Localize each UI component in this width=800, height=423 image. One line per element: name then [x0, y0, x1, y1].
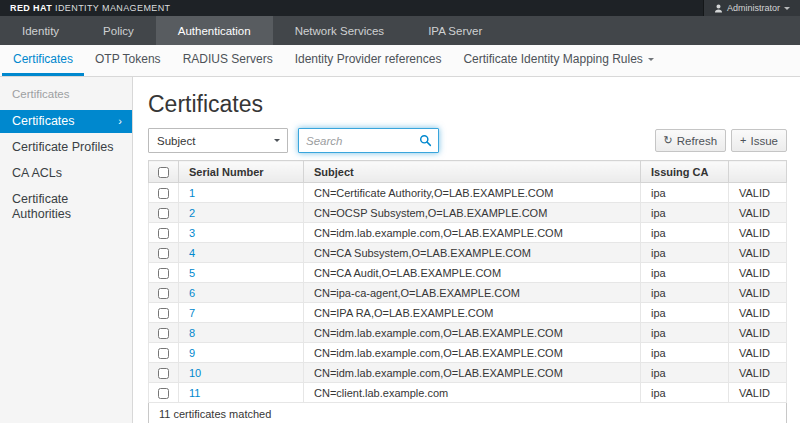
refresh-label: Refresh [677, 135, 717, 147]
status-cell: VALID [729, 343, 787, 363]
serial-link[interactable]: 6 [189, 287, 195, 299]
table-row: 11CN=client.lab.example.comipaVALID [149, 383, 787, 403]
tab-otp-tokens[interactable]: OTP Tokens [84, 45, 172, 76]
issuing-ca-cell: ipa [641, 203, 729, 223]
row-checkbox-cell [149, 363, 179, 383]
nav-item-authentication[interactable]: Authentication [156, 16, 273, 45]
status-cell: VALID [729, 243, 787, 263]
column-header-status [729, 161, 787, 183]
subject-cell: CN=ipa-ca-agent,O=LAB.EXAMPLE.COM [304, 283, 641, 303]
row-checkbox[interactable] [158, 188, 169, 199]
status-cell: VALID [729, 203, 787, 223]
serial-link[interactable]: 5 [189, 267, 195, 279]
table-row: 10CN=idm.lab.example.com,O=LAB.EXAMPLE.C… [149, 363, 787, 383]
row-checkbox-cell [149, 323, 179, 343]
serial-cell: 3 [179, 223, 304, 243]
issuing-ca-cell: ipa [641, 223, 729, 243]
serial-link[interactable]: 4 [189, 247, 195, 259]
serial-link[interactable]: 10 [189, 367, 201, 379]
nav-item-network-services[interactable]: Network Services [273, 16, 406, 45]
issuing-ca-cell: ipa [641, 183, 729, 203]
user-menu[interactable]: Administrator [703, 0, 800, 16]
table-row: 9CN=idm.lab.example.com,O=LAB.EXAMPLE.CO… [149, 343, 787, 363]
refresh-icon: ↻ [664, 135, 673, 146]
status-cell: VALID [729, 323, 787, 343]
row-checkbox[interactable] [158, 228, 169, 239]
toolbar: Subject ↻ Refresh + Issue [148, 128, 787, 153]
filter-select[interactable]: Subject [148, 128, 288, 153]
issue-button[interactable]: + Issue [731, 129, 787, 152]
table-header-row: Serial Number Subject Issuing CA [149, 161, 787, 183]
search-input[interactable] [298, 128, 439, 153]
status-cell: VALID [729, 263, 787, 283]
secondary-nav: Certificates OTP Tokens RADIUS Servers I… [0, 45, 800, 77]
nav-item-ipa-server[interactable]: IPA Server [406, 16, 504, 45]
subject-cell: CN=OCSP Subsystem,O=LAB.EXAMPLE.COM [304, 203, 641, 223]
row-checkbox[interactable] [158, 308, 169, 319]
sidebar-item-certificates[interactable]: Certificates › [0, 110, 132, 133]
nav-item-policy[interactable]: Policy [81, 16, 156, 45]
serial-link[interactable]: 2 [189, 207, 195, 219]
chevron-down-icon [784, 7, 790, 10]
serial-link[interactable]: 7 [189, 307, 195, 319]
row-checkbox[interactable] [158, 328, 169, 339]
search-icon[interactable] [419, 133, 432, 151]
serial-link[interactable]: 11 [189, 387, 200, 399]
row-checkbox[interactable] [158, 388, 169, 399]
issuing-ca-cell: ipa [641, 383, 729, 403]
tab-certificate-identity-mapping-rules[interactable]: Certificate Identity Mapping Rules [452, 45, 664, 76]
tab-radius-servers[interactable]: RADIUS Servers [172, 45, 284, 76]
table-footer-row: 11 certificates matched [149, 403, 787, 423]
tab-identity-provider-references[interactable]: Identity Provider references [284, 45, 453, 76]
issuing-ca-cell: ipa [641, 323, 729, 343]
serial-link[interactable]: 8 [189, 327, 195, 339]
serial-cell: 7 [179, 303, 304, 323]
row-checkbox[interactable] [158, 268, 169, 279]
row-checkbox[interactable] [158, 288, 169, 299]
row-checkbox-cell [149, 243, 179, 263]
nav-item-identity[interactable]: Identity [0, 16, 81, 45]
issuing-ca-cell: ipa [641, 263, 729, 283]
subject-cell: CN=idm.lab.example.com,O=LAB.EXAMPLE.COM [304, 323, 641, 343]
sidebar-item-ca-acls[interactable]: CA ACLs [0, 162, 132, 185]
row-checkbox[interactable] [158, 208, 169, 219]
row-checkbox[interactable] [158, 248, 169, 259]
table-row: 3CN=idm.lab.example.com,O=LAB.EXAMPLE.CO… [149, 223, 787, 243]
column-header-serial: Serial Number [179, 161, 304, 183]
sidebar: Certificates Certificates › Certificate … [0, 77, 133, 423]
serial-link[interactable]: 9 [189, 347, 195, 359]
brand-redhat: RED HAT [10, 3, 52, 13]
main-content: Certificates Subject ↻ Refresh [133, 77, 800, 423]
row-checkbox-cell [149, 343, 179, 363]
tab-label: Certificate Identity Mapping Rules [463, 52, 642, 66]
refresh-button[interactable]: ↻ Refresh [655, 129, 727, 152]
serial-link[interactable]: 3 [189, 227, 195, 239]
subject-cell: CN=Certificate Authority,O=LAB.EXAMPLE.C… [304, 183, 641, 203]
serial-cell: 11 [179, 383, 304, 403]
masthead: RED HAT IDENTITY MANAGEMENT Administrato… [0, 0, 800, 16]
sidebar-item-label: Certificates [12, 114, 75, 129]
status-cell: VALID [729, 183, 787, 203]
table-row: 4CN=CA Subsystem,O=LAB.EXAMPLE.COMipaVAL… [149, 243, 787, 263]
row-checkbox-cell [149, 283, 179, 303]
row-checkbox[interactable] [158, 348, 169, 359]
brand-logo: RED HAT IDENTITY MANAGEMENT [10, 3, 171, 13]
issuing-ca-cell: ipa [641, 363, 729, 383]
serial-link[interactable]: 1 [189, 187, 195, 199]
sidebar-item-certificate-profiles[interactable]: Certificate Profiles [0, 136, 132, 159]
sidebar-item-certificate-authorities[interactable]: Certificate Authorities [0, 188, 132, 226]
column-header-subject: Subject [304, 161, 641, 183]
matched-count: 11 certificates matched [149, 403, 787, 423]
subject-cell: CN=idm.lab.example.com,O=LAB.EXAMPLE.COM [304, 343, 641, 363]
select-all-checkbox[interactable] [158, 167, 169, 178]
serial-cell: 8 [179, 323, 304, 343]
brand-product: IDENTITY MANAGEMENT [55, 3, 170, 13]
table-row: 2CN=OCSP Subsystem,O=LAB.EXAMPLE.COMipaV… [149, 203, 787, 223]
row-checkbox[interactable] [158, 368, 169, 379]
subject-cell: CN=IPA RA,O=LAB.EXAMPLE.COM [304, 303, 641, 323]
chevron-right-icon: › [118, 114, 126, 129]
toolbar-actions: ↻ Refresh + Issue [655, 129, 787, 152]
status-cell: VALID [729, 223, 787, 243]
tab-certificates[interactable]: Certificates [2, 45, 84, 76]
issue-label: Issue [751, 135, 779, 147]
